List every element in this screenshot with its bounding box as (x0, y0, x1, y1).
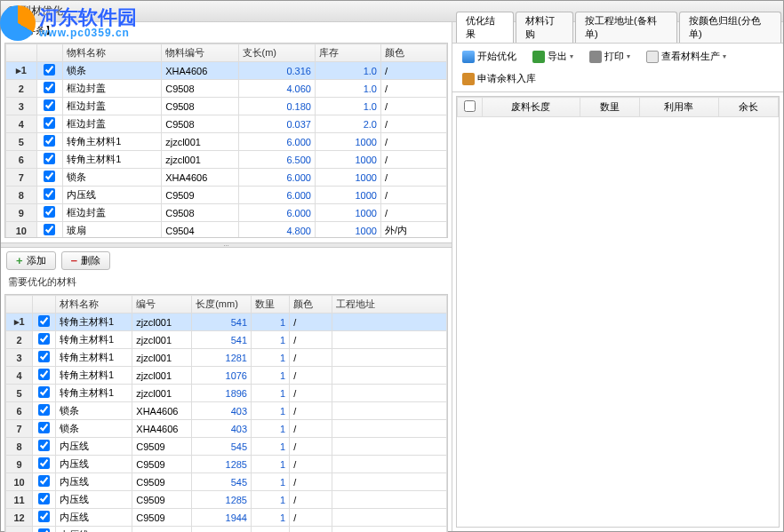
table-row[interactable]: 10 玻扇C95044.8001000外/内 (6, 222, 447, 239)
table-row[interactable]: 7 锁条XHA46064031/ (6, 420, 447, 438)
chevron-down-icon: ▾ (723, 52, 726, 60)
row-checkbox[interactable] (38, 440, 50, 451)
print-label: 打印 (604, 50, 624, 63)
table-row[interactable]: 5 转角主材料1zjzcl00118961/ (6, 385, 447, 402)
delete-label: 删除 (81, 254, 100, 267)
table-row[interactable]: 4 框边封盖C95080.0372.0/ (6, 115, 447, 133)
col-header[interactable]: 利用率 (640, 98, 719, 117)
row-checkbox[interactable] (38, 351, 50, 362)
table-row[interactable]: 9 内压线C950912851/ (6, 456, 447, 473)
row-checkbox[interactable] (38, 493, 50, 504)
table-row[interactable]: 2 框边封盖C95084.0601.0/ (6, 80, 447, 98)
start-optimize-button[interactable]: 开始优化 (456, 47, 523, 66)
tab[interactable]: 材料订购 (516, 12, 573, 43)
col-header[interactable]: 颜色 (380, 44, 446, 62)
row-checkbox[interactable] (38, 315, 50, 327)
row-checkbox[interactable] (44, 135, 55, 147)
col-header[interactable]: 数里 (252, 296, 290, 314)
start-label: 开始优化 (477, 50, 516, 63)
apply-label: 申请余料入库 (477, 72, 536, 85)
row-checkbox[interactable] (38, 511, 50, 522)
col-header[interactable]: 颜色 (290, 296, 332, 314)
col-header[interactable]: 物料编号 (162, 44, 238, 62)
table-row[interactable]: 3 转角主材料1zjzcl00112811/ (6, 349, 447, 367)
row-checkbox[interactable] (44, 224, 55, 235)
table-row[interactable]: 13 内压线C950911241/ (6, 527, 447, 533)
row-checkbox[interactable] (38, 369, 50, 380)
chevron-down-icon: ▾ (627, 52, 630, 60)
right-toolbar: 开始优化 导出▾ 打印▾ 查看材料生产▾ 申请余料入库 (452, 44, 783, 92)
material-grid[interactable]: 材料名称编号长度(mm)数里颜色工程地址 ▸1 转角主材料1zjzcl00154… (4, 294, 448, 532)
table-row[interactable]: 4 转角主材料1zjzcl00110761/ (6, 367, 447, 385)
col-header[interactable]: 编号 (132, 296, 192, 314)
col-header[interactable] (36, 44, 63, 62)
export-icon (532, 51, 545, 63)
row-checkbox[interactable] (44, 99, 55, 111)
col-header[interactable]: 支长(m) (238, 44, 315, 62)
table-row[interactable]: 8 内压线C95096.0001000/ (6, 187, 447, 204)
view-label: 查看材料生产 (661, 50, 720, 63)
col-header[interactable]: 物料名称 (63, 44, 162, 62)
col-header[interactable] (6, 44, 37, 62)
print-button[interactable]: 打印▾ (583, 47, 636, 66)
tab[interactable]: 优化结果 (456, 12, 514, 43)
tab[interactable]: 按工程地址(备料单) (575, 12, 677, 43)
table-row[interactable]: 3 框边封盖C95080.1801.0/ (6, 98, 447, 115)
table-row[interactable]: 6 锁条XHA46064031/ (6, 402, 447, 420)
minus-icon: − (71, 254, 78, 267)
col-header[interactable] (33, 296, 56, 314)
table-row[interactable]: ▸1 锁条XHA46060.3161.0/ (6, 62, 447, 80)
row-checkbox[interactable] (44, 206, 55, 218)
delete-button[interactable]: −删除 (61, 251, 111, 270)
table-row[interactable]: 5 转角主材料1zjzcl0016.0001000/ (6, 133, 447, 151)
row-checkbox[interactable] (44, 82, 55, 93)
table-row[interactable]: 6 转角主材料1zjzcl0016.5001000/ (6, 151, 447, 169)
col-header[interactable]: 长度(mm) (192, 296, 252, 314)
plus-icon: + (16, 254, 23, 267)
tab[interactable]: 按颜色归组(分色单) (679, 12, 781, 43)
select-all-checkbox[interactable] (464, 100, 476, 112)
result-grid[interactable]: 废料长度数里利用率余长 (456, 96, 780, 528)
col-header[interactable]: 数里 (580, 98, 639, 117)
table-row[interactable]: 7 锁条XHA46066.0001000/ (6, 169, 447, 187)
row-checkbox[interactable] (38, 404, 50, 416)
row-checkbox[interactable] (38, 333, 50, 345)
col-header[interactable]: 库存 (315, 44, 380, 62)
table-row[interactable]: 11 内压线C950912851/ (6, 491, 447, 509)
row-checkbox[interactable] (44, 171, 55, 182)
table-row[interactable]: 10 内压线C95095451/ (6, 473, 447, 491)
col-header[interactable]: 材料名称 (56, 296, 132, 314)
col-header[interactable] (6, 296, 33, 314)
chevron-down-icon: ▾ (570, 52, 573, 60)
row-checkbox[interactable] (44, 188, 55, 200)
left-pane: 【库存条】 物料名称物料编号支长(m)库存颜色 ▸1 锁条XHA46060.31… (1, 22, 452, 531)
col-header[interactable]: 余长 (718, 98, 778, 117)
table-row[interactable]: 2 转角主材料1zjzcl0015411/ (6, 331, 447, 349)
row-checkbox[interactable] (44, 153, 55, 164)
right-tabs: 优化结果材料订购按工程地址(备料单)按颜色归组(分色单) (452, 22, 783, 44)
gear-icon (6, 6, 17, 17)
view-production-button[interactable]: 查看材料生产▾ (640, 47, 732, 66)
stock-tab-label: 【库存条】 (1, 22, 452, 39)
row-checkbox[interactable] (38, 457, 50, 469)
row-checkbox[interactable] (44, 117, 55, 129)
table-row[interactable]: 12 内压线C950919441/ (6, 509, 447, 527)
add-button[interactable]: +添加 (6, 251, 56, 270)
stock-grid[interactable]: 物料名称物料编号支长(m)库存颜色 ▸1 锁条XHA46060.3161.0/2… (4, 43, 448, 238)
col-header[interactable]: 废料长度 (483, 98, 580, 117)
row-checkbox[interactable] (38, 475, 50, 487)
row-checkbox[interactable] (38, 528, 50, 532)
col-header[interactable] (458, 98, 483, 117)
apply-icon (462, 73, 475, 85)
row-checkbox[interactable] (38, 422, 50, 433)
export-button[interactable]: 导出▾ (526, 47, 580, 66)
col-header[interactable]: 工程地址 (332, 296, 446, 314)
stock-section: 【库存条】 物料名称物料编号支长(m)库存颜色 ▸1 锁条XHA46060.31… (1, 22, 452, 242)
table-row[interactable]: 9 框边封盖C95086.0001000/ (6, 204, 447, 222)
table-row[interactable]: ▸1 转角主材料1zjzcl0015411/ (6, 314, 447, 331)
row-checkbox[interactable] (38, 386, 50, 398)
table-row[interactable]: 8 内压线C95095451/ (6, 438, 447, 456)
row-checkbox[interactable] (44, 64, 55, 75)
section-title: 需要优化的材料 (1, 274, 452, 290)
apply-stock-button[interactable]: 申请余料入库 (456, 69, 542, 88)
